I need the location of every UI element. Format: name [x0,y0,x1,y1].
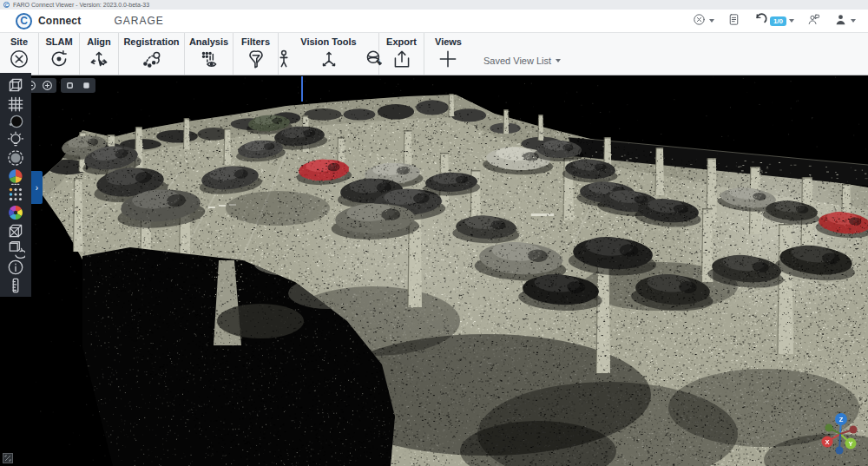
chevron-down-icon [851,19,856,23]
project-tab[interactable]: GARAGE [114,15,163,27]
filter-funnel-icon [245,48,267,74]
registration-button[interactable] [139,49,165,73]
gizmo-axis-label: Z [839,416,844,423]
chevron-down-icon [556,59,561,62]
toolbar-group-icons [196,47,222,75]
export-up-icon [391,48,413,74]
ruler-icon[interactable] [3,276,29,294]
toolbar-group-label: Export [386,36,417,47]
document-icon [727,12,741,30]
account-menu[interactable] [833,12,856,30]
zoom-in-icon[interactable] [42,80,53,91]
toolbar-group-icons: Saved View List [435,47,561,75]
scan-visibility-menu[interactable] [692,12,714,30]
toolbar-group-align: Align [80,33,119,75]
toolbar-group-icons [139,47,165,75]
vision-person-icon [273,48,295,74]
app-window: C FARO Connect Viewer - Version: 2023.0.… [0,0,868,466]
palette-dots-icon[interactable] [3,185,29,203]
viewport: ZXY [0,76,868,466]
point-cloud-canvas[interactable] [0,76,868,466]
toolbar-group-label: Analysis [189,36,228,47]
gizmo-axis--y[interactable] [825,424,833,432]
undo-icon [753,12,768,30]
gizmo-axis-label: X [825,438,829,446]
chevron-down-icon [709,19,714,23]
rotate-cube-icon[interactable] [3,240,29,258]
toolbar-group-icons [243,47,269,75]
toolbar-group-icons [86,47,112,75]
viewport-control-group [61,78,95,93]
sidebar-flyout-tab[interactable]: › [31,171,43,204]
navigation-gizmo[interactable]: ZXY [819,408,865,462]
title-bar: C FARO Connect Viewer - Version: 2023.0.… [0,0,868,10]
analysis-button[interactable] [196,49,222,73]
brand-name: Connect [38,15,81,27]
align-button[interactable] [86,49,112,73]
toolbar-group-export: Export [379,33,424,75]
toolbar-group-slam: SLAM [39,33,80,75]
toolbar-group-vision-tools: Vision Tools6 [279,33,379,75]
vision-move-icon [318,48,340,74]
person-icon [833,12,848,30]
menu-bar: C Connect GARAGE 1/0 [0,10,868,33]
saved-view-list-label: Saved View List [483,56,551,66]
person-chat-icon [806,12,821,30]
lighting-bulb-icon[interactable] [3,130,29,148]
solid-view-icon[interactable] [81,80,92,91]
toolbar-group-analysis: Analysis [185,33,233,75]
registration-dots-icon [141,48,163,74]
toolbar-group-label: Registration [123,36,179,47]
views-row: Saved View List [435,49,561,73]
info-icon[interactable] [3,258,29,276]
report-button[interactable] [727,12,741,30]
toolbar-group-views: ViewsSaved View List [424,33,867,75]
gizmo-axis--z[interactable] [836,447,844,455]
restore-view-icon[interactable] [3,453,13,463]
ortho-view-icon[interactable] [64,80,76,91]
filters-button[interactable] [243,49,269,73]
menu-right-icons: 1/0 [692,12,868,30]
colorize-pie-icon[interactable] [3,167,29,185]
gizmo-axis--x[interactable] [850,426,858,434]
toolbar-group-icons [6,47,32,75]
align-move-icon [88,48,110,74]
vision-move-button[interactable] [316,49,342,73]
main-toolbar: SiteSLAMAlignRegistrationAnalysisFilters… [0,33,868,75]
window-title: FARO Connect Viewer - Version: 2023.0.0-… [13,2,149,8]
toolbar-group-site: Site [0,33,39,75]
gizmo-axis-label: Y [848,440,852,448]
circle-x-icon [692,12,707,30]
slam-loop-icon [48,48,70,74]
textured-cube-icon[interactable] [3,221,29,240]
point-color-icon[interactable] [3,112,29,130]
grid-icon[interactable] [3,94,29,112]
vision-marker-button[interactable] [271,49,297,73]
toolbar-group-label: Filters [241,36,270,47]
toolbar-group-label: Site [10,36,28,47]
toolbar-group-registration: Registration [119,33,185,75]
toolbar-group-label: Views [435,36,462,47]
app-icon: C [3,2,10,8]
circle-x-large-icon [8,48,30,74]
render-settings-sidebar [0,73,31,297]
toolbar-group-label: SLAM [45,36,72,47]
slam-button[interactable] [46,49,72,73]
saved-view-list-dropdown[interactable]: Saved View List [483,56,561,66]
add-view-button[interactable] [435,49,461,73]
site-close-button[interactable] [6,49,32,73]
plus-icon [437,48,459,74]
undo-count-badge: 1/0 [770,16,786,26]
ambient-circle-icon[interactable] [3,148,29,167]
color-wheel-icon[interactable] [3,203,29,221]
chevron-down-icon [789,19,794,23]
feedback-button[interactable] [806,12,821,30]
toolbar-group-label: Align [87,36,111,47]
export-button[interactable] [389,49,415,73]
connect-logo-icon: C [16,13,32,30]
toolbar-group-label: Vision Tools [300,36,356,47]
perspective-cube-icon[interactable] [3,75,29,94]
analysis-eye-icon [198,48,220,74]
toolbar-group-icons [389,47,415,75]
undo-menu[interactable]: 1/0 [753,12,794,30]
